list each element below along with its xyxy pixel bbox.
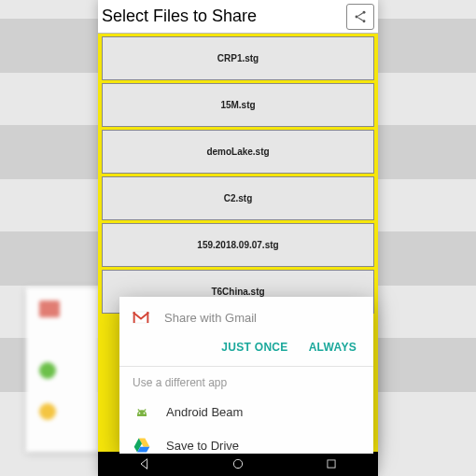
svg-line-4 [357, 17, 362, 20]
svg-line-11 [145, 410, 147, 412]
gmail-icon [133, 311, 149, 324]
svg-line-10 [138, 410, 140, 412]
file-item[interactable]: C2.stg [102, 176, 374, 220]
file-item[interactable]: demoLake.stg [102, 130, 374, 174]
svg-rect-7 [147, 312, 148, 323]
svg-point-2 [363, 20, 366, 22]
share-button[interactable] [346, 4, 374, 30]
use-different-label: Use a different app [119, 367, 373, 395]
android-beam-icon [133, 402, 151, 421]
just-once-button[interactable]: JUST ONCE [221, 341, 287, 354]
file-item[interactable]: 15M.stg [102, 83, 374, 127]
svg-line-3 [357, 13, 362, 16]
page-title: Select Files to Share [102, 7, 257, 26]
app-header: Select Files to Share [98, 0, 378, 34]
blurred-back-panel [26, 287, 99, 452]
app-option-save-to-drive[interactable]: Save to Drive [119, 428, 373, 462]
svg-rect-6 [133, 312, 135, 323]
app-option-android-beam[interactable]: Android Beam [119, 395, 373, 428]
dialog-actions: JUST ONCE ALWAYS [119, 338, 373, 364]
app-label: Save to Drive [166, 439, 239, 453]
svg-point-1 [356, 15, 358, 18]
app-label: Android Beam [166, 405, 243, 419]
file-list: CRP1.stg 15M.stg demoLake.stg C2.stg 159… [98, 36, 378, 314]
file-item[interactable]: CRP1.stg [102, 36, 374, 80]
svg-point-9 [144, 413, 146, 414]
google-drive-icon [133, 436, 151, 455]
dialog-header: Share with Gmail [119, 297, 373, 338]
always-button[interactable]: ALWAYS [309, 341, 357, 354]
share-icon [353, 9, 368, 24]
share-dialog: Share with Gmail JUST ONCE ALWAYS Use a … [119, 297, 373, 454]
svg-point-8 [139, 413, 141, 414]
file-item[interactable]: 159.2018.09.07.stg [102, 223, 374, 267]
svg-point-0 [363, 10, 366, 13]
dialog-title: Share with Gmail [164, 311, 257, 325]
